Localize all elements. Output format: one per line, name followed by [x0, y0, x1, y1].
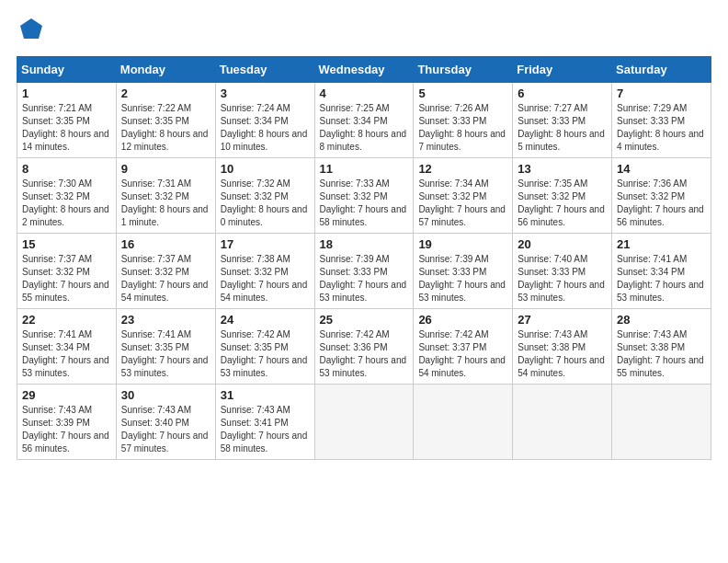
calendar-cell: 22Sunrise: 7:41 AMSunset: 3:34 PMDayligh… [17, 308, 117, 384]
cell-info: Sunrise: 7:24 AMSunset: 3:34 PMDaylight:… [221, 103, 308, 152]
cell-info: Sunrise: 7:40 AMSunset: 3:33 PMDaylight:… [518, 254, 605, 303]
calendar-cell [414, 384, 513, 459]
calendar-cell: 18Sunrise: 7:39 AMSunset: 3:33 PMDayligh… [314, 233, 414, 308]
calendar-cell: 9Sunrise: 7:31 AMSunset: 3:32 PMDaylight… [116, 157, 215, 233]
cell-info: Sunrise: 7:21 AMSunset: 3:35 PMDaylight:… [22, 103, 109, 152]
calendar-cell: 5Sunrise: 7:26 AMSunset: 3:33 PMDaylight… [414, 82, 513, 157]
day-number: 2 [121, 86, 210, 100]
cell-info: Sunrise: 7:22 AMSunset: 3:35 PMDaylight:… [121, 103, 209, 152]
calendar-cell: 15Sunrise: 7:37 AMSunset: 3:32 PMDayligh… [17, 233, 117, 308]
day-number: 24 [221, 313, 310, 327]
day-number: 9 [121, 162, 210, 176]
calendar-table: SundayMondayTuesdayWednesdayThursdayFrid… [17, 56, 711, 460]
day-number: 21 [617, 237, 706, 251]
calendar-cell: 3Sunrise: 7:24 AMSunset: 3:34 PMDaylight… [215, 82, 314, 157]
col-header-tuesday: Tuesday [215, 56, 314, 82]
cell-info: Sunrise: 7:33 AMSunset: 3:32 PMDaylight:… [320, 178, 407, 227]
cell-info: Sunrise: 7:34 AMSunset: 3:32 PMDaylight:… [418, 178, 506, 227]
day-number: 6 [518, 86, 607, 100]
page-container: SundayMondayTuesdayWednesdayThursdayFrid… [0, 0, 728, 469]
cell-info: Sunrise: 7:38 AMSunset: 3:32 PMDaylight:… [221, 254, 308, 303]
cell-info: Sunrise: 7:43 AMSunset: 3:41 PMDaylight:… [221, 405, 308, 454]
cell-info: Sunrise: 7:26 AMSunset: 3:33 PMDaylight:… [418, 103, 506, 152]
cell-info: Sunrise: 7:32 AMSunset: 3:32 PMDaylight:… [221, 178, 308, 227]
col-header-sunday: Sunday [17, 56, 117, 82]
calendar-week-2: 8Sunrise: 7:30 AMSunset: 3:32 PMDaylight… [17, 157, 711, 233]
calendar-cell: 17Sunrise: 7:38 AMSunset: 3:32 PMDayligh… [215, 233, 314, 308]
cell-info: Sunrise: 7:39 AMSunset: 3:33 PMDaylight:… [418, 254, 506, 303]
day-number: 27 [518, 313, 607, 327]
day-number: 1 [22, 86, 111, 100]
day-number: 25 [320, 313, 409, 327]
calendar-cell: 28Sunrise: 7:43 AMSunset: 3:38 PMDayligh… [612, 308, 711, 384]
cell-info: Sunrise: 7:36 AMSunset: 3:32 PMDaylight:… [617, 178, 704, 227]
cell-info: Sunrise: 7:42 AMSunset: 3:35 PMDaylight:… [221, 329, 308, 378]
logo [17, 17, 44, 47]
calendar-cell: 19Sunrise: 7:39 AMSunset: 3:33 PMDayligh… [414, 233, 513, 308]
cell-info: Sunrise: 7:39 AMSunset: 3:33 PMDaylight:… [320, 254, 407, 303]
calendar-cell: 4Sunrise: 7:25 AMSunset: 3:34 PMDaylight… [314, 82, 414, 157]
cell-info: Sunrise: 7:42 AMSunset: 3:36 PMDaylight:… [320, 329, 407, 378]
calendar-cell: 24Sunrise: 7:42 AMSunset: 3:35 PMDayligh… [215, 308, 314, 384]
col-header-saturday: Saturday [612, 56, 711, 82]
day-number: 7 [617, 86, 706, 100]
day-number: 4 [320, 86, 409, 100]
calendar-cell: 7Sunrise: 7:29 AMSunset: 3:33 PMDaylight… [612, 82, 711, 157]
calendar-week-3: 15Sunrise: 7:37 AMSunset: 3:32 PMDayligh… [17, 233, 711, 308]
calendar-cell: 31Sunrise: 7:43 AMSunset: 3:41 PMDayligh… [215, 384, 314, 459]
calendar-cell [513, 384, 612, 459]
cell-info: Sunrise: 7:43 AMSunset: 3:38 PMDaylight:… [617, 329, 704, 378]
day-number: 17 [221, 237, 310, 251]
header-row: SundayMondayTuesdayWednesdayThursdayFrid… [17, 56, 711, 82]
cell-info: Sunrise: 7:41 AMSunset: 3:34 PMDaylight:… [22, 329, 109, 378]
day-number: 22 [22, 313, 111, 327]
day-number: 15 [22, 237, 111, 251]
cell-info: Sunrise: 7:30 AMSunset: 3:32 PMDaylight:… [22, 178, 109, 227]
cell-info: Sunrise: 7:43 AMSunset: 3:38 PMDaylight:… [518, 329, 605, 378]
calendar-cell: 13Sunrise: 7:35 AMSunset: 3:32 PMDayligh… [513, 157, 612, 233]
calendar-week-5: 29Sunrise: 7:43 AMSunset: 3:39 PMDayligh… [17, 384, 711, 459]
day-number: 23 [121, 313, 210, 327]
cell-info: Sunrise: 7:41 AMSunset: 3:34 PMDaylight:… [617, 254, 704, 303]
logo-icon [18, 17, 44, 42]
day-number: 26 [418, 313, 507, 327]
day-number: 5 [418, 86, 507, 100]
calendar-cell: 14Sunrise: 7:36 AMSunset: 3:32 PMDayligh… [612, 157, 711, 233]
calendar-cell: 23Sunrise: 7:41 AMSunset: 3:35 PMDayligh… [116, 308, 215, 384]
day-number: 19 [418, 237, 507, 251]
cell-info: Sunrise: 7:43 AMSunset: 3:39 PMDaylight:… [22, 405, 109, 454]
cell-info: Sunrise: 7:29 AMSunset: 3:33 PMDaylight:… [617, 103, 704, 152]
calendar-cell: 29Sunrise: 7:43 AMSunset: 3:39 PMDayligh… [17, 384, 117, 459]
calendar-cell: 8Sunrise: 7:30 AMSunset: 3:32 PMDaylight… [17, 157, 117, 233]
cell-info: Sunrise: 7:41 AMSunset: 3:35 PMDaylight:… [121, 329, 209, 378]
calendar-cell: 20Sunrise: 7:40 AMSunset: 3:33 PMDayligh… [513, 233, 612, 308]
day-number: 14 [617, 162, 706, 176]
col-header-wednesday: Wednesday [314, 56, 414, 82]
day-number: 18 [320, 237, 409, 251]
calendar-cell: 26Sunrise: 7:42 AMSunset: 3:37 PMDayligh… [414, 308, 513, 384]
day-number: 12 [418, 162, 507, 176]
day-number: 30 [121, 388, 210, 402]
cell-info: Sunrise: 7:42 AMSunset: 3:37 PMDaylight:… [418, 329, 506, 378]
calendar-cell: 11Sunrise: 7:33 AMSunset: 3:32 PMDayligh… [314, 157, 414, 233]
day-number: 11 [320, 162, 409, 176]
calendar-week-4: 22Sunrise: 7:41 AMSunset: 3:34 PMDayligh… [17, 308, 711, 384]
calendar-cell: 21Sunrise: 7:41 AMSunset: 3:34 PMDayligh… [612, 233, 711, 308]
calendar-cell: 27Sunrise: 7:43 AMSunset: 3:38 PMDayligh… [513, 308, 612, 384]
logo-line1 [17, 17, 44, 47]
cell-info: Sunrise: 7:37 AMSunset: 3:32 PMDaylight:… [22, 254, 109, 303]
day-number: 3 [221, 86, 310, 100]
calendar-cell: 2Sunrise: 7:22 AMSunset: 3:35 PMDaylight… [116, 82, 215, 157]
cell-info: Sunrise: 7:35 AMSunset: 3:32 PMDaylight:… [518, 178, 605, 227]
calendar-cell: 25Sunrise: 7:42 AMSunset: 3:36 PMDayligh… [314, 308, 414, 384]
day-number: 8 [22, 162, 111, 176]
cell-info: Sunrise: 7:37 AMSunset: 3:32 PMDaylight:… [121, 254, 209, 303]
cell-info: Sunrise: 7:31 AMSunset: 3:32 PMDaylight:… [121, 178, 209, 227]
calendar-cell: 6Sunrise: 7:27 AMSunset: 3:33 PMDaylight… [513, 82, 612, 157]
calendar-cell: 10Sunrise: 7:32 AMSunset: 3:32 PMDayligh… [215, 157, 314, 233]
calendar-cell: 16Sunrise: 7:37 AMSunset: 3:32 PMDayligh… [116, 233, 215, 308]
day-number: 20 [518, 237, 607, 251]
calendar-cell [612, 384, 711, 459]
cell-info: Sunrise: 7:25 AMSunset: 3:34 PMDaylight:… [320, 103, 407, 152]
logo-text [17, 17, 44, 47]
